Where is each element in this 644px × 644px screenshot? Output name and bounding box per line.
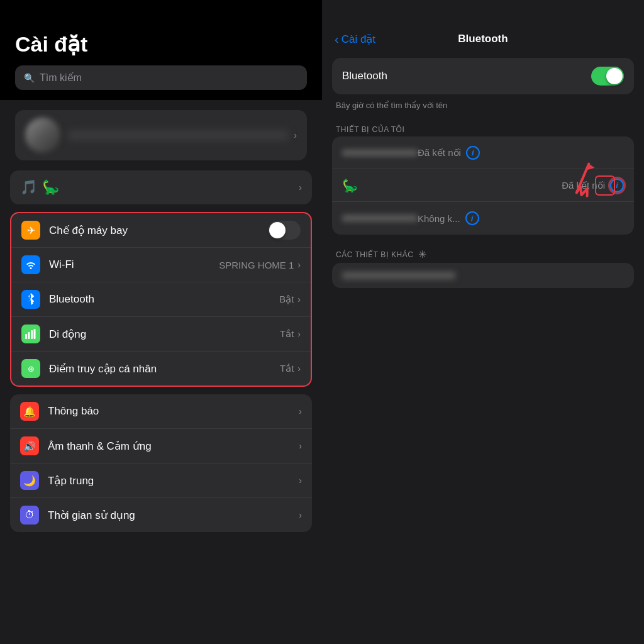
right-panel: ‹ Cài đặt Bluetooth Bluetooth Bây giờ có… xyxy=(322,0,644,644)
other-device-row-1[interactable] xyxy=(332,263,634,288)
device-2-info-btn[interactable]: i xyxy=(610,179,624,192)
sound-row[interactable]: 🔊 Âm thanh & Cảm ứng › xyxy=(10,429,312,464)
device-1-status: Đã kết nối xyxy=(418,147,461,158)
bt-toggle-section[interactable]: Bluetooth xyxy=(332,58,634,94)
wifi-value: SPRING HOME 1 xyxy=(219,260,294,270)
left-panel: Cài đặt 🔍 Tìm kiếm › 🎵 🦕 › ✈ Chế độ máy … xyxy=(0,0,322,644)
other-header-text: CÁC THIẾT BỊ KHÁC xyxy=(336,250,413,259)
bluetooth-value: Bật xyxy=(279,294,294,305)
bt-toggle[interactable] xyxy=(591,67,624,86)
back-label: Cài đặt xyxy=(341,33,375,46)
screentime-row[interactable]: ⏱ Thời gian sử dụng › xyxy=(10,498,312,532)
screentime-label: Thời gian sử dụng xyxy=(48,509,299,522)
info-icon-3: i xyxy=(471,214,474,223)
cellular-icon xyxy=(21,325,40,343)
profile-chevron: › xyxy=(294,130,297,140)
hotspot-icon: ⊕ xyxy=(21,359,40,378)
device-3-status: Không k... xyxy=(418,213,460,224)
cellular-value: Tắt xyxy=(280,328,294,340)
hotspot-row[interactable]: ⊕ Điểm truy cập cá nhân Tắt › xyxy=(11,352,311,386)
special-row[interactable]: 🎵 🦕 › xyxy=(10,170,312,204)
special-icons: 🎵 xyxy=(20,179,37,196)
device-1-info-btn[interactable]: i xyxy=(466,146,480,160)
search-icon: 🔍 xyxy=(24,73,35,83)
connectivity-group: ✈ Chế độ máy bay Wi-Fi SPRING HOME 1 › xyxy=(10,212,312,387)
cellular-row[interactable]: Di động Tắt › xyxy=(11,317,311,352)
right-header: ‹ Cài đặt Bluetooth xyxy=(322,0,644,53)
cellular-label: Di động xyxy=(49,328,280,341)
device-3-name xyxy=(342,214,418,222)
bt-toggle-knob xyxy=(606,68,623,84)
device-row-1[interactable]: Đã kết nối i xyxy=(332,136,634,169)
wifi-label: Wi-Fi xyxy=(49,258,219,271)
device-row-3[interactable]: Không k... i xyxy=(332,202,634,235)
device-row-2[interactable]: 🦕 Đã kết nối i xyxy=(332,169,634,202)
airplane-mode-row[interactable]: ✈ Chế độ máy bay xyxy=(11,213,311,248)
bt-sub-text: Bây giờ có thể tìm thấy với tên xyxy=(332,98,634,116)
bt-label: Bluetooth xyxy=(342,70,591,82)
bluetooth-row[interactable]: Bluetooth Bật › xyxy=(11,282,311,317)
info-icon-1: i xyxy=(472,148,474,157)
hotspot-label: Điểm truy cập cá nhân xyxy=(49,362,280,375)
special-chevron: › xyxy=(299,182,302,192)
focus-label: Tập trung xyxy=(48,474,299,487)
focus-icon: 🌙 xyxy=(20,471,39,490)
notification-row[interactable]: 🔔 Thông báo › xyxy=(10,394,312,429)
device-1-name xyxy=(342,149,418,157)
back-chevron-icon: ‹ xyxy=(335,32,339,47)
back-button[interactable]: ‹ Cài đặt xyxy=(335,32,375,47)
screentime-chevron: › xyxy=(299,510,302,520)
screentime-icon: ⏱ xyxy=(20,506,39,525)
info-icon-2: i xyxy=(616,180,618,190)
device-3-info-btn[interactable]: i xyxy=(465,211,479,225)
airplane-toggle-knob xyxy=(269,222,286,238)
notification-label: Thông báo xyxy=(48,405,299,418)
bluetooth-icon xyxy=(21,290,40,309)
hotspot-value: Tắt xyxy=(280,363,294,374)
cellular-chevron: › xyxy=(297,329,301,339)
bluetooth-chevron: › xyxy=(297,294,301,304)
svg-rect-3 xyxy=(34,329,36,339)
wifi-chevron: › xyxy=(297,260,301,270)
airplane-label: Chế độ máy bay xyxy=(49,224,268,237)
svg-rect-2 xyxy=(31,330,33,339)
sound-icon: 🔊 xyxy=(20,436,39,455)
page-title: Cài đặt xyxy=(15,31,307,57)
right-title: Bluetooth xyxy=(458,33,508,45)
focus-row[interactable]: 🌙 Tập trung › xyxy=(10,464,312,498)
focus-chevron: › xyxy=(299,475,302,486)
my-devices-header: THIẾT BỊ CỦA TÔI xyxy=(332,121,634,136)
profile-section[interactable]: › xyxy=(15,110,307,160)
other-devices-header: CÁC THIẾT BỊ KHÁC ✳ xyxy=(332,242,634,263)
dino-special-icon: 🦕 xyxy=(42,179,59,196)
profile-info xyxy=(68,130,289,140)
airplane-toggle[interactable] xyxy=(268,221,301,240)
notification-chevron: › xyxy=(299,406,302,416)
loading-spinner: ✳ xyxy=(418,248,427,260)
wifi-row[interactable]: Wi-Fi SPRING HOME 1 › xyxy=(11,248,311,282)
search-placeholder: Tìm kiếm xyxy=(40,72,82,84)
sound-label: Âm thanh & Cảm ứng xyxy=(48,440,299,453)
bluetooth-label: Bluetooth xyxy=(49,293,279,306)
my-devices-group: Đã kết nối i 🦕 Đã kết nối i xyxy=(332,136,634,235)
red-highlight-box xyxy=(595,175,615,196)
hotspot-chevron: › xyxy=(297,364,301,374)
svg-rect-0 xyxy=(25,334,27,339)
right-content: Bluetooth Bây giờ có thể tìm thấy với tê… xyxy=(322,53,644,296)
search-bar[interactable]: 🔍 Tìm kiếm xyxy=(15,65,307,90)
other-device-1-name xyxy=(342,272,455,279)
airplane-icon: ✈ xyxy=(21,221,40,240)
sound-chevron: › xyxy=(299,441,302,451)
notification-icon: 🔔 xyxy=(20,402,39,421)
wifi-icon xyxy=(21,255,40,274)
misc-group: 🔔 Thông báo › 🔊 Âm thanh & Cảm ứng › 🌙 T… xyxy=(10,394,312,532)
avatar xyxy=(25,118,60,153)
svg-rect-1 xyxy=(28,332,30,339)
dino-icon: 🦕 xyxy=(342,178,358,193)
